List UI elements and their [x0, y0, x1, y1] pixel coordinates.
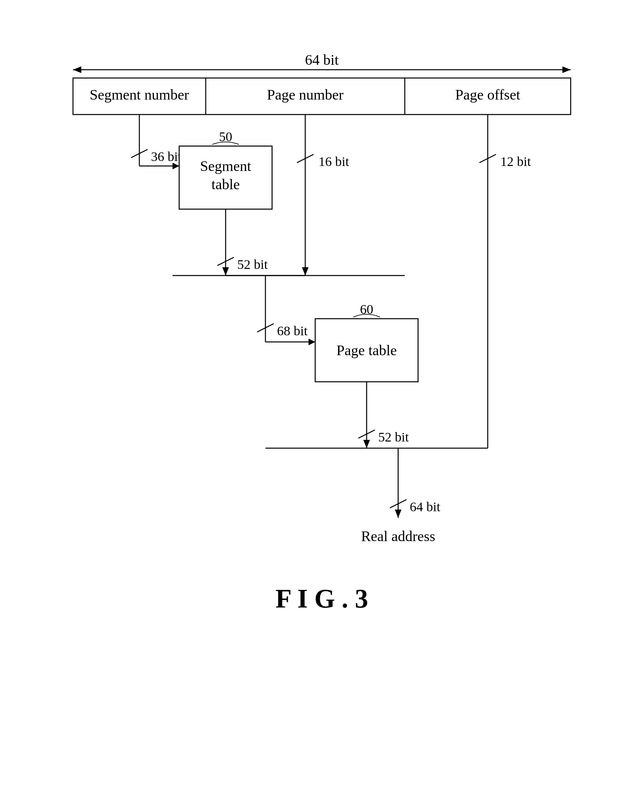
52bit-b-label: 52 bit [378, 430, 409, 444]
page-table-label: Page table [336, 342, 397, 359]
top-64bit-label: 64 bit [305, 52, 338, 68]
svg-marker-26 [363, 440, 370, 448]
68bit-label: 68 bit [277, 324, 308, 338]
12bit-label: 12 bit [500, 154, 531, 169]
segment-table-label2: table [212, 176, 240, 192]
svg-marker-1 [73, 66, 81, 73]
16bit-label: 16 bit [318, 154, 349, 169]
segment-table-label: Segment [200, 158, 251, 174]
svg-marker-17 [302, 267, 309, 276]
36bit-label: 36 bit [151, 149, 181, 164]
svg-marker-32 [395, 510, 402, 518]
real-address-label: Real address [361, 528, 435, 545]
svg-marker-22 [309, 339, 315, 345]
page-number-label: Page number [267, 87, 344, 103]
segment-number-label: Segment number [90, 87, 189, 103]
svg-marker-2 [562, 66, 571, 73]
page-offset-label: Page offset [455, 87, 520, 103]
64bit-output-label: 64 bit [410, 499, 440, 514]
figure-label: F I G . 3 [276, 584, 368, 613]
svg-marker-13 [222, 267, 229, 276]
52bit-a-label: 52 bit [237, 257, 268, 272]
